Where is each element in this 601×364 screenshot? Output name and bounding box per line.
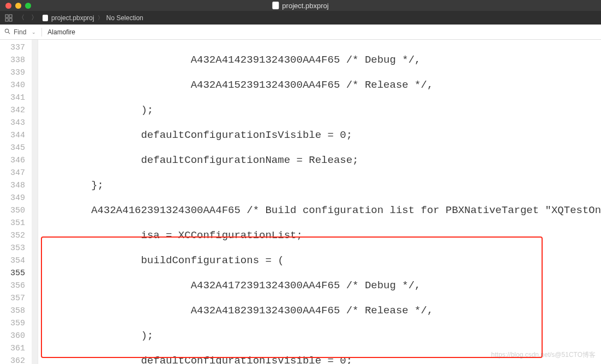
nav-back-button[interactable]: 〈 [16, 13, 26, 22]
separator [41, 28, 42, 37]
code-line: A432A4172391324300AA4F65 /* Debug */, [41, 280, 601, 292]
search-input[interactable] [47, 28, 597, 36]
find-bar: Find ⌄ [0, 25, 601, 40]
svg-line-5 [8, 32, 10, 34]
svg-point-4 [5, 29, 8, 32]
titlebar: project.pbxproj [0, 0, 601, 11]
code-line: buildConfigurations = ( [41, 254, 601, 267]
maximize-window-button[interactable] [25, 3, 31, 9]
breadcrumb-file: project.pbxproj [51, 14, 94, 22]
breadcrumb-selection: No Selection [106, 14, 143, 22]
svg-rect-3 [9, 19, 12, 21]
svg-rect-2 [5, 19, 8, 21]
related-items-icon[interactable] [4, 14, 13, 22]
code-line: A432A4162391324300AA4F65 /* Build config… [41, 204, 601, 217]
minimize-window-button[interactable] [15, 3, 21, 9]
window-title: project.pbxproj [272, 2, 328, 10]
breadcrumb[interactable]: project.pbxproj 〉 No Selection [43, 14, 143, 22]
code-line: ); [41, 330, 601, 342]
code-line: A432A4182391324300AA4F65 /* Release */, [41, 305, 601, 317]
line-numbers-gutter: 337 338 339 340 341 342 343 344 345 346 … [0, 40, 32, 364]
code-line: defaultConfigurationIsVisible = 0; [41, 355, 601, 364]
code-area[interactable]: A432A4142391324300AA4F65 /* Debug */, A4… [38, 40, 601, 364]
toolbar: 〈 〉 project.pbxproj 〉 No Selection [0, 11, 601, 25]
code-line: }; [41, 179, 601, 192]
file-icon [43, 15, 48, 21]
chevron-right-icon: 〉 [98, 14, 103, 22]
code-line: isa = XCConfigurationList; [41, 229, 601, 242]
svg-rect-1 [9, 15, 12, 17]
chevron-down-icon[interactable]: ⌄ [32, 29, 36, 35]
svg-rect-0 [5, 15, 8, 17]
nav-forward-button[interactable]: 〉 [29, 13, 39, 22]
code-line: defaultConfigurationName = Release; [41, 154, 601, 167]
title-text: project.pbxproj [282, 2, 328, 10]
code-line: ); [41, 104, 601, 117]
code-editor[interactable]: 337 338 339 340 341 342 343 344 345 346 … [0, 40, 601, 364]
code-line: A432A4152391324300AA4F65 /* Release */, [41, 79, 601, 92]
traffic-lights [5, 3, 31, 9]
code-line: A432A4142391324300AA4F65 /* Debug */, [41, 54, 601, 66]
file-icon [272, 2, 279, 9]
fold-bar[interactable] [32, 40, 38, 364]
close-window-button[interactable] [5, 3, 11, 9]
search-icon [4, 28, 10, 35]
find-mode-label[interactable]: Find [14, 28, 26, 36]
code-line: defaultConfigurationIsVisible = 0; [41, 129, 601, 142]
